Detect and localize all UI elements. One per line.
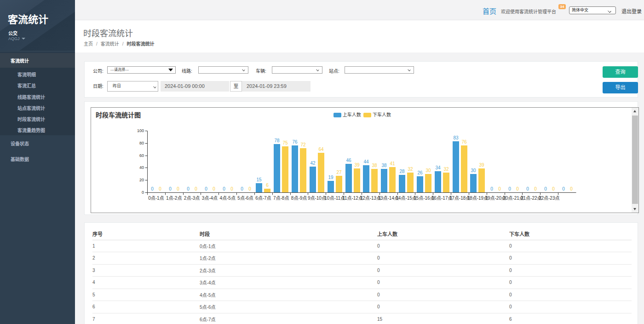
- svg-text:0: 0: [570, 186, 573, 191]
- svg-text:64: 64: [318, 147, 324, 152]
- svg-text:72: 72: [300, 142, 306, 147]
- svg-text:0: 0: [508, 186, 511, 191]
- svg-text:4点-5点: 4点-5点: [219, 196, 235, 201]
- svg-text:100: 100: [137, 128, 144, 133]
- svg-text:0: 0: [142, 190, 144, 195]
- svg-text:0: 0: [169, 186, 172, 191]
- svg-text:0: 0: [177, 186, 179, 191]
- svg-text:34: 34: [435, 165, 441, 170]
- svg-text:19: 19: [328, 175, 334, 180]
- svg-text:0: 0: [490, 186, 493, 191]
- svg-text:39: 39: [479, 162, 484, 168]
- svg-text:15: 15: [256, 177, 262, 182]
- svg-text:0: 0: [195, 186, 197, 191]
- svg-text:75: 75: [282, 140, 288, 145]
- svg-text:78: 78: [274, 138, 280, 143]
- svg-text:9点-10点: 9点-10点: [308, 196, 326, 201]
- svg-text:2点-3点: 2点-3点: [184, 196, 200, 201]
- svg-text:0: 0: [526, 186, 529, 191]
- svg-text:46: 46: [346, 158, 351, 163]
- svg-text:6: 6: [266, 183, 269, 188]
- svg-text:0: 0: [544, 186, 547, 191]
- svg-text:7点-8点: 7点-8点: [273, 196, 289, 201]
- svg-text:42: 42: [310, 161, 316, 166]
- svg-text:28: 28: [399, 169, 405, 174]
- svg-text:0: 0: [241, 186, 243, 191]
- svg-text:0: 0: [159, 186, 161, 191]
- svg-text:0: 0: [498, 186, 501, 191]
- svg-text:76: 76: [292, 139, 298, 145]
- svg-text:0: 0: [205, 186, 207, 191]
- svg-text:41: 41: [390, 161, 395, 166]
- svg-text:0: 0: [230, 186, 233, 191]
- svg-text:40: 40: [139, 165, 144, 170]
- svg-text:0: 0: [534, 186, 537, 191]
- svg-text:32: 32: [443, 167, 449, 172]
- svg-text:5点-6点: 5点-6点: [237, 196, 253, 201]
- svg-text:83: 83: [453, 135, 459, 140]
- svg-text:0: 0: [151, 186, 154, 191]
- svg-text:76: 76: [461, 139, 467, 145]
- svg-text:44: 44: [363, 159, 369, 164]
- svg-text:80: 80: [139, 141, 144, 145]
- svg-text:27: 27: [336, 170, 342, 175]
- svg-text:30: 30: [471, 168, 476, 173]
- svg-text:3点-4点: 3点-4点: [202, 196, 218, 201]
- svg-text:30: 30: [426, 168, 431, 173]
- svg-text:6点-7点: 6点-7点: [255, 196, 271, 201]
- svg-text:39: 39: [354, 162, 360, 168]
- svg-text:0: 0: [187, 186, 190, 191]
- svg-text:0: 0: [213, 186, 215, 191]
- svg-text:8点-9点: 8点-9点: [291, 196, 307, 201]
- svg-text:32: 32: [408, 167, 413, 172]
- svg-text:0: 0: [562, 186, 565, 191]
- svg-text:0: 0: [552, 186, 555, 191]
- svg-text:0点-1点: 0点-1点: [148, 196, 164, 201]
- svg-text:0: 0: [223, 186, 225, 191]
- svg-text:0: 0: [248, 186, 251, 191]
- svg-text:38: 38: [372, 163, 377, 168]
- svg-text:22点-23点: 22点-23点: [539, 196, 560, 201]
- svg-text:1点-2点: 1点-2点: [166, 196, 182, 201]
- svg-text:26: 26: [417, 170, 423, 175]
- svg-text:0: 0: [516, 186, 519, 191]
- svg-text:20: 20: [139, 178, 144, 182]
- svg-text:60: 60: [139, 153, 144, 158]
- svg-text:38: 38: [381, 163, 387, 168]
